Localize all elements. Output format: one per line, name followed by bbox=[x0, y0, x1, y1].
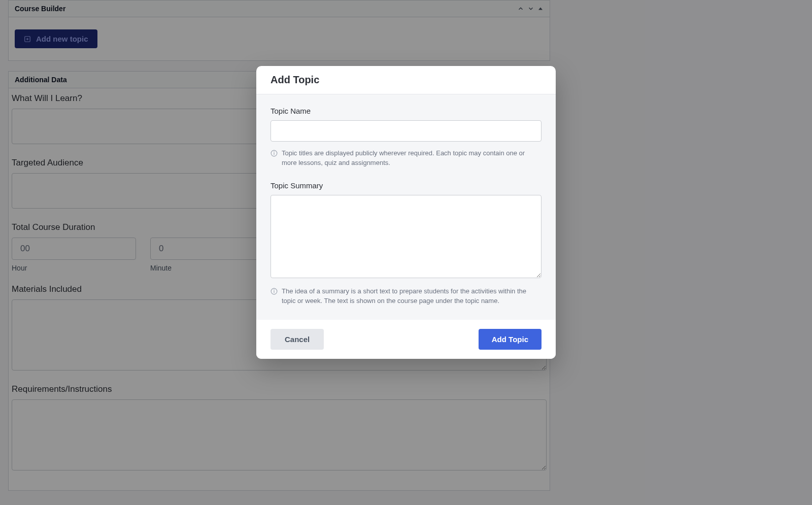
topic-summary-textarea[interactable] bbox=[270, 195, 542, 278]
topic-name-label: Topic Name bbox=[270, 107, 542, 115]
topic-name-input[interactable] bbox=[270, 120, 542, 142]
svg-point-10 bbox=[274, 289, 275, 290]
section-topic-summary: Topic Summary The idea of a summary is a… bbox=[270, 181, 542, 306]
modal-header: Add Topic bbox=[256, 66, 556, 94]
modal-body: Topic Name Topic titles are displayed pu… bbox=[256, 94, 556, 320]
svg-point-7 bbox=[274, 152, 275, 152]
modal-overlay[interactable]: Add Topic Topic Name Topic titles are di… bbox=[0, 0, 812, 505]
info-icon bbox=[270, 287, 278, 298]
modal-footer: Cancel Add Topic bbox=[256, 320, 556, 359]
section-topic-name: Topic Name Topic titles are displayed pu… bbox=[270, 107, 542, 168]
modal-title: Add Topic bbox=[270, 74, 542, 86]
add-topic-button[interactable]: Add Topic bbox=[479, 329, 542, 350]
hint-text: Topic titles are displayed publicly wher… bbox=[282, 149, 542, 168]
topic-summary-hint: The idea of a summary is a short text to… bbox=[270, 287, 542, 306]
topic-name-hint: Topic titles are displayed publicly wher… bbox=[270, 149, 542, 168]
hint-text: The idea of a summary is a short text to… bbox=[282, 287, 542, 306]
topic-summary-label: Topic Summary bbox=[270, 181, 542, 190]
info-icon bbox=[270, 149, 278, 160]
cancel-button[interactable]: Cancel bbox=[270, 329, 324, 350]
add-topic-modal: Add Topic Topic Name Topic titles are di… bbox=[256, 66, 556, 359]
